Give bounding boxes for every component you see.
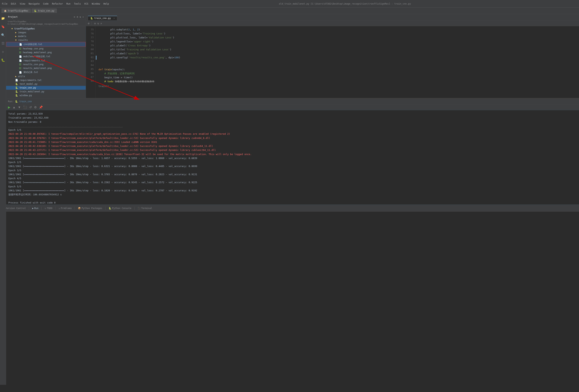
status-problems[interactable]: ⚠ Problems (59, 207, 72, 210)
menu-run[interactable]: Run (66, 2, 71, 5)
txt-icon-mobilenet: 📄 (19, 55, 22, 58)
png-icon-rmobilenet: 🖼 (19, 67, 21, 69)
editor-tab-train-cnn[interactable]: 🐍 train_cnn.py × (88, 16, 117, 20)
structure-icon[interactable] (0, 41, 6, 46)
status-run[interactable]: ▶ Run (32, 207, 38, 210)
tree-item-images[interactable]: ▶ images (6, 31, 86, 34)
tree-item-heatmap-cnn[interactable]: 🖼 heatmap_cnn.png (6, 47, 86, 51)
toolbar-close-icon[interactable]: ✕ (100, 22, 102, 25)
expand-icon[interactable]: ⇅ (80, 16, 81, 18)
png-icon-hcnn: 🖼 (19, 47, 21, 50)
menu-code[interactable]: Code (43, 2, 49, 5)
toolbar-format-icon[interactable]: ≡ (94, 22, 96, 25)
status-todo[interactable]: ☑ TODO (45, 207, 52, 210)
search-icon[interactable]: 🔍 (0, 32, 6, 38)
menu-bar[interactable]: File Edit View Navigate Code Refactor Ru… (2, 2, 109, 5)
tree-item-root[interactable]: ▼ tranfficSignRec (6, 27, 86, 31)
close-tab-icon[interactable]: × (113, 17, 115, 20)
tree-item-req-root[interactable]: 📄 requirements.txt (6, 78, 86, 82)
run-toolbar: ▶ ▲ ▼ ⬛ ↺ ⚙ 📌 (6, 105, 579, 110)
project-icon[interactable]: 📁 (0, 16, 6, 21)
menu-file[interactable]: File (2, 2, 7, 5)
status-python-packages[interactable]: 📦 Python Packages (78, 207, 102, 210)
tree-label-heatmap-mobilenet: heatmap_mobilenet.png (23, 51, 52, 54)
status-python-console[interactable]: 🐍 Python Console (109, 207, 131, 210)
code-line-88: # todo 加载数据集，修改为你的数据集路径 (98, 80, 579, 84)
output-line-train2: 1961/1961 [============================]… (8, 164, 577, 168)
tree-item-train-cnn[interactable]: 🐍 train_cnn.py (6, 86, 86, 90)
menu-edit[interactable]: Edit (11, 2, 16, 5)
menu-window[interactable]: Window (92, 2, 100, 5)
menu-refactor[interactable]: Refactor (52, 2, 63, 5)
tree-item-results[interactable]: ▼ results (6, 38, 86, 42)
status-terminal[interactable]: ⬛ Terminal (138, 207, 152, 210)
code-line-87: begin_time = time() (98, 76, 579, 80)
folder-open-icon: ▼ (11, 27, 13, 30)
tab-icon-project: 🏠 (4, 10, 7, 12)
project-path: tranfficSignRec › C:\Users\47382\Desktop… (6, 20, 86, 26)
tree-item-test-model[interactable]: 🐍 test_model.py (6, 82, 86, 86)
tree-label-results-cnn: results_cnn.png (23, 63, 43, 66)
tree-label-test-model: test_model.py (20, 83, 37, 85)
toolbar-settings-icon[interactable]: ⚙ (88, 22, 89, 25)
run-stop-button[interactable]: ⬛ (22, 105, 28, 109)
code-line-78: plt.legend(loc='upper right') (98, 40, 579, 44)
status-bar: ⎇ Version Control ▶ Run ☑ TODO ⚠ Problem… (0, 204, 579, 212)
run-output: Total params: 23,912,939 Trainable param… (6, 110, 579, 204)
settings-icon[interactable]: ⚙ (74, 16, 75, 18)
txt-icon-cnn: 📄 (19, 43, 22, 46)
output-line-epoch2: Epoch 2/5 (8, 160, 577, 164)
code-line-85: def train(epochs): (98, 68, 579, 72)
tree-item-heatmap-mobilenet[interactable]: 🖼 heatmap_mobilenet.png (6, 51, 86, 54)
tree-item-mobilenet-txt[interactable]: 📄 mobilenet训练过程.txt (6, 54, 86, 59)
menu-help[interactable]: Help (103, 2, 109, 5)
code-line-75: plt.subplot(2, 1, 2) (98, 28, 579, 32)
py-icon-window: 🐍 (15, 94, 18, 97)
output-line-time: 该循环程序运行时间：186.69248867034912 s (8, 193, 577, 196)
code-line-81: plt.xlabel('epoch') (98, 52, 579, 56)
tree-item-results-mobilenet[interactable]: 🖼 results_mobilenet.png (6, 66, 86, 70)
tree-label-heatmap-cnn: heatmap_cnn.png (23, 47, 43, 50)
run-down-button[interactable]: ▼ (17, 105, 22, 109)
tree-item-requirements[interactable]: 📄 requirements.txt (6, 59, 86, 63)
run-up-button[interactable]: ▲ (12, 105, 16, 109)
editor-tabs-row: 🐍 train_cnn.py × (86, 14, 579, 20)
folder-icon-utils: ▶ (15, 75, 16, 78)
menu-navigate[interactable]: Navigate (29, 2, 40, 5)
run-settings-button[interactable]: ⚙ (33, 105, 37, 109)
tree-item-models[interactable]: ▶ models (6, 34, 86, 38)
txt-icon-req: 📄 (19, 59, 22, 62)
output-line-err3: 2022-04-20 21:49:41.733805: I tensorflow… (8, 140, 577, 144)
services-icon[interactable]: ⚙ (0, 49, 6, 54)
tree-label-test-log: 测试记录.txt (23, 71, 38, 74)
png-icon-hmobilenet: 🖼 (19, 51, 21, 54)
left-sidebar-icons: 📁 🔖 🔍 ⚙ 🐛 (0, 14, 6, 385)
run-status-icon: ▶ (32, 207, 33, 210)
bookmark-icon[interactable]: 🔖 (0, 24, 6, 29)
tree-item-train-mobilenet[interactable]: 🐍 train_mobilenet.py (6, 90, 86, 93)
menu-tools[interactable]: Tools (74, 2, 81, 5)
tab-tranfficsignrec[interactable]: 🏠 tranfficSignRec (1, 8, 31, 13)
tree-label-results: results (18, 39, 28, 41)
tree-item-results-cnn[interactable]: 🖼 results_cnn.png (6, 63, 86, 66)
svg-rect-0 (2, 42, 3, 43)
tree-item-utils[interactable]: ▶ utils (6, 74, 86, 78)
code-content[interactable]: plt.subplot(2, 1, 2) plt.plot(loss, labe… (95, 26, 579, 98)
tab-train-cnn[interactable]: 🐍 train_cnn.py (32, 8, 57, 13)
menu-vcs[interactable]: VCS (84, 2, 88, 5)
tree-item-cnn-txt[interactable]: 📄 cnn训练过程.txt (6, 42, 86, 47)
tab-label-tranffic: tranfficSignRec (8, 9, 28, 12)
tree-item-test-log[interactable]: 📄 测试记录.txt (6, 70, 86, 74)
status-console-label: Python Console (112, 207, 131, 210)
debug-icon[interactable]: 🐛 (0, 57, 6, 63)
run-play-button[interactable]: ▶ (7, 105, 11, 109)
toolbar-sort-icon[interactable]: ⇅ (97, 22, 99, 25)
run-pin-button[interactable]: 📌 (38, 105, 44, 109)
status-run-label: Run (34, 207, 39, 210)
run-rerun-button[interactable]: ↺ (28, 105, 32, 109)
tree-item-window[interactable]: 🐍 window.py (6, 93, 86, 97)
close-panel-icon[interactable]: ✕ (82, 16, 84, 18)
menu-view[interactable]: View (20, 2, 25, 5)
sort-icon[interactable]: ≡ (76, 16, 78, 18)
tab-label-train: train_cnn.py (38, 9, 54, 12)
